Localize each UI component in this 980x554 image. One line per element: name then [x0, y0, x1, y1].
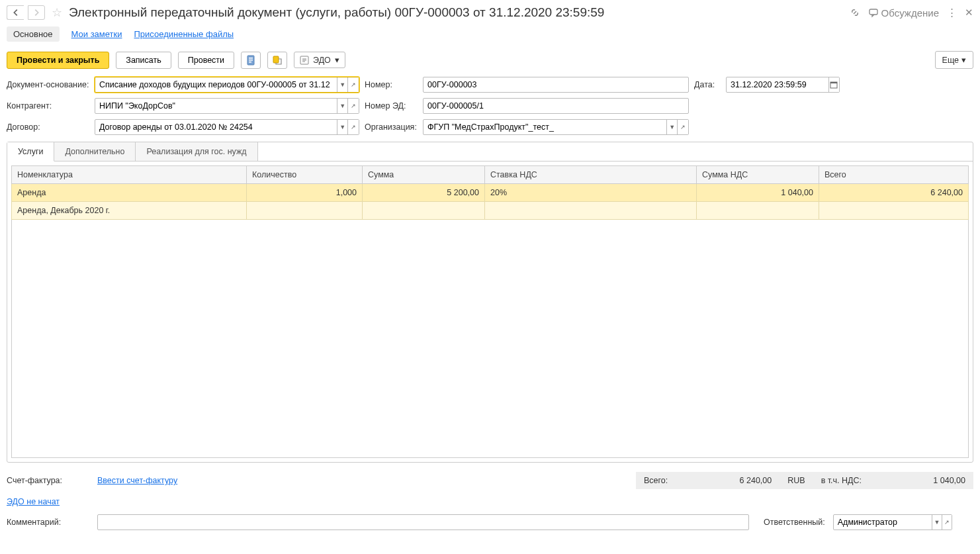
dropdown-icon[interactable]: ▼ [337, 99, 348, 113]
dropdown-icon[interactable]: ▼ [337, 120, 348, 134]
table-row[interactable]: Аренда, Декабрь 2020 г. [12, 202, 969, 220]
ed-number-field[interactable] [423, 98, 689, 114]
tab-gov[interactable]: Реализация для гос. нужд [136, 142, 257, 161]
comment-input[interactable] [97, 514, 749, 530]
number-label: Номер: [365, 80, 418, 89]
basis-field[interactable]: ▼ ↗ [95, 77, 359, 93]
responsible-field[interactable]: ▼ ↗ [833, 514, 952, 530]
enter-invoice-link[interactable]: Ввести счет-фактуру [97, 476, 177, 485]
svg-rect-3 [249, 60, 253, 61]
dropdown-icon[interactable]: ▼ [666, 120, 678, 134]
post-and-close-button[interactable]: Провести и закрыть [7, 52, 109, 69]
date-field[interactable] [726, 77, 840, 93]
open-icon[interactable]: ↗ [942, 515, 952, 530]
col-qty[interactable]: Количество [247, 166, 363, 184]
counterparty-label: Контрагент: [7, 101, 89, 111]
contract-field[interactable]: ▼ ↗ [95, 119, 359, 135]
open-icon[interactable]: ↗ [677, 120, 688, 134]
svg-rect-8 [830, 82, 837, 83]
tab-files[interactable]: Присоединенные файлы [134, 29, 234, 39]
close-icon[interactable]: ✕ [965, 7, 973, 19]
chevron-down-icon: ▾ [335, 55, 339, 65]
edo-dropdown-button[interactable]: ЭДО ▾ [294, 52, 345, 68]
date-label: Дата: [694, 80, 721, 89]
tab-notes[interactable]: Мои заметки [71, 29, 122, 39]
tab-additional[interactable]: Дополнительно [54, 142, 136, 161]
tab-services[interactable]: Услуги [7, 142, 54, 162]
save-button[interactable]: Записать [116, 52, 171, 69]
open-icon[interactable]: ↗ [347, 77, 359, 92]
forward-button[interactable] [28, 5, 45, 20]
number-field[interactable] [423, 77, 689, 93]
table-row[interactable]: Аренда 1,000 5 200,00 20% 1 040,00 6 240… [12, 184, 969, 202]
svg-rect-5 [273, 56, 279, 63]
contract-label: Договор: [7, 122, 89, 132]
invoice-label: Счет-фактура: [7, 476, 89, 485]
svg-rect-0 [869, 9, 877, 15]
link-icon[interactable] [850, 7, 860, 18]
tab-main[interactable]: Основное [7, 26, 60, 42]
dropdown-icon[interactable]: ▼ [337, 77, 348, 92]
counterparty-field[interactable]: ▼ ↗ [95, 98, 359, 114]
svg-rect-2 [249, 58, 253, 59]
more-button[interactable]: Еще ▾ [935, 51, 973, 69]
dropdown-icon[interactable]: ▼ [932, 515, 942, 530]
more-menu-icon[interactable]: ⋮ [947, 7, 957, 19]
back-button[interactable] [7, 5, 24, 20]
responsible-label: Ответственный: [764, 518, 825, 527]
post-button[interactable]: Провести [178, 52, 234, 69]
create-based-icon-button[interactable] [267, 52, 287, 69]
open-icon[interactable]: ↗ [347, 99, 359, 113]
discussion-button[interactable]: Обсуждение [868, 7, 939, 19]
col-nomenclature[interactable]: Номенклатура [12, 166, 247, 184]
table-empty-area[interactable] [11, 220, 969, 458]
col-total[interactable]: Всего [819, 166, 969, 184]
report-icon-button[interactable] [241, 52, 261, 69]
basis-label: Документ-основание: [7, 80, 89, 89]
page-title: Электронный передаточный документ (услуг… [69, 5, 846, 20]
totals-box: Всего: 6 240,00 RUB в т.ч. НДС: 1 040,00 [636, 472, 973, 489]
col-sum[interactable]: Сумма [363, 166, 485, 184]
svg-rect-4 [249, 62, 251, 63]
edo-status-link[interactable]: ЭДО не начат [7, 497, 60, 506]
org-label: Организация: [365, 122, 418, 132]
col-vat-rate[interactable]: Ставка НДС [485, 166, 697, 184]
col-vat-sum[interactable]: Сумма НДС [697, 166, 819, 184]
open-icon[interactable]: ↗ [347, 120, 359, 134]
ed-number-label: Номер ЭД: [365, 101, 418, 111]
calendar-icon[interactable] [828, 77, 839, 92]
favorite-icon[interactable]: ☆ [52, 5, 62, 20]
chevron-down-icon: ▾ [961, 55, 966, 65]
org-field[interactable]: ▼ ↗ [423, 119, 689, 135]
comment-label: Комментарий: [7, 518, 89, 527]
